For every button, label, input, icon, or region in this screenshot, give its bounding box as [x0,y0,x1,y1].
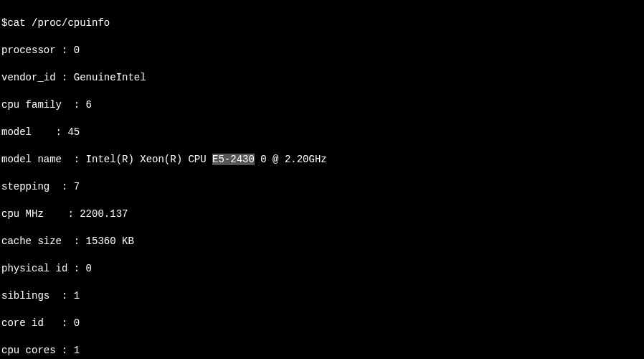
model-name-suffix: 0 @ 2.20GHz [255,154,327,165]
command-line: $cat /proc/cpuinfo [1,17,644,30]
cpuinfo-vendor-id: vendor_id : GenuineIntel [1,71,644,85]
cpuinfo-core-id: core id : 0 [1,317,644,330]
cpuinfo-model-name: model name : Intel(R) Xeon(R) CPU E5-243… [1,153,644,167]
cpuinfo-cpu-cores: cpu cores : 1 [1,344,644,358]
model-name-prefix: model name : Intel(R) Xeon(R) CPU [1,154,212,165]
cpuinfo-model: model : 45 [1,126,644,139]
model-name-highlight: E5-2430 [212,154,255,165]
cpuinfo-siblings: siblings : 1 [1,289,644,303]
cpuinfo-cpu-family: cpu family : 6 [1,98,644,112]
cpuinfo-stepping: stepping : 7 [1,180,644,194]
cpuinfo-processor: processor : 0 [1,44,644,57]
cpuinfo-cache-size: cache size : 15360 KB [1,235,644,248]
cpuinfo-cpu-mhz: cpu MHz : 2200.137 [1,208,644,221]
cpuinfo-physical-id: physical id : 0 [1,262,644,276]
terminal-output[interactable]: $cat /proc/cpuinfo processor : 0 vendor_… [1,3,644,359]
